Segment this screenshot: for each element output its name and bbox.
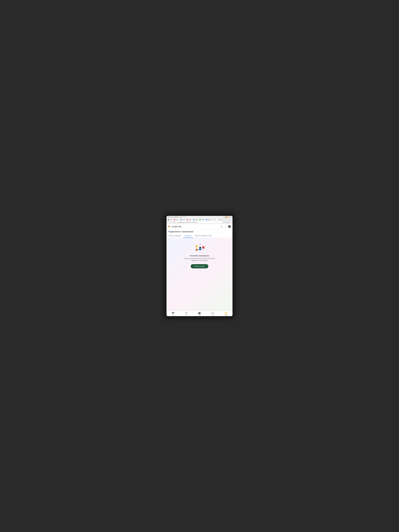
tab-label: Palato (169, 219, 172, 220)
google-play-logo (168, 225, 171, 228)
jogos-label: Jogos (172, 314, 174, 316)
mute-icon: 🔇 (225, 216, 227, 218)
tab-label: Pharyn (182, 219, 185, 220)
tablet-frame: 09:59 ter., 2 de mai. ☁ 💬 ✔ • 🔒 🔇 📶 26% … (165, 215, 234, 317)
browser-actions: ☆ ⬇ ⎙ 8 ⋮ (223, 222, 231, 223)
tab-goo-active[interactable]: Goo ✕ (211, 219, 218, 221)
nav-livros[interactable]: 📖 Livros (206, 312, 219, 316)
svg-point-8 (199, 248, 201, 250)
page-title: Pagamentos e assinaturas (168, 230, 231, 233)
tab-count-badge[interactable]: 8 (228, 222, 229, 223)
menu-button[interactable]: ⋮ (230, 222, 231, 223)
share-button[interactable]: ⎙ (227, 222, 228, 223)
nav-filmes[interactable]: 🎬 Filmes (193, 312, 206, 316)
tab-pesqui[interactable]: Pesqui (192, 219, 198, 221)
tab-favicon (187, 219, 188, 220)
tab-palato[interactable]: Palato (167, 219, 173, 221)
tab-close-icon[interactable]: ✕ (216, 219, 217, 220)
subscription-description: Encontre e gerencie facilmente milhares … (182, 258, 217, 261)
tab-label: google (208, 219, 211, 220)
tab-favicon (206, 219, 207, 220)
status-bar: 09:59 ter., 2 de mai. ☁ 💬 ✔ • 🔒 🔇 📶 26% (166, 216, 233, 218)
back-button[interactable]: ← (169, 222, 171, 223)
tab-favicon (199, 219, 200, 220)
refresh-button[interactable]: ↻ (174, 222, 175, 223)
subscription-illustration: ♪ 🎮 ■ (194, 242, 205, 252)
subscription-svg: ♪ 🎮 ■ (194, 242, 206, 254)
criancas-icon: ⭐ (225, 312, 227, 314)
tab-favicon (174, 219, 175, 220)
lock-icon: 🔒 (177, 222, 178, 223)
forward-button[interactable]: → (171, 222, 173, 223)
url-text: play.google.com/store/account/subscrip (178, 222, 197, 223)
tab-scielo[interactable]: SciELO (186, 219, 192, 221)
browser-tabs: Palato Casa L. Pharyn SciELO Pesqui Exam… (166, 218, 233, 221)
whatsapp-icon: 💬 (182, 216, 183, 218)
star-button[interactable]: ☆ (223, 222, 224, 223)
apps-icon: ⊞ (185, 312, 187, 314)
battery: 26% (229, 216, 231, 218)
home-button[interactable]: ⌂ (168, 222, 169, 223)
tab-label: Pesqui (195, 219, 198, 220)
address-bar: ⌂ ← → ↻ 🔒 play.google.com/store/account/… (166, 221, 233, 224)
tab-historico[interactable]: Histórico de pedidos e verba (193, 234, 213, 238)
page-title-section: Pagamentos e assinaturas (166, 229, 233, 234)
tab-label: Casa L. (175, 219, 179, 220)
svg-text:■: ■ (203, 247, 204, 248)
tablet-screen: 09:59 ter., 2 de mai. ☁ 💬 ✔ • 🔒 🔇 📶 26% … (166, 216, 233, 316)
gplay-header-actions: 🔍 ? E (220, 225, 231, 228)
tab-favicon (193, 219, 194, 220)
lock-icon: 🔒 (223, 216, 225, 218)
tab-casa[interactable]: Casa L. (173, 219, 179, 221)
gplay-header: Google Play 🔍 ? E (166, 224, 233, 229)
download-button[interactable]: ⬇ (225, 222, 226, 223)
subscription-title: Encontrar assinaturas (190, 254, 209, 257)
filmes-icon: 🎬 (198, 312, 201, 314)
criancas-label: Crianças (224, 314, 228, 316)
status-right: 🔒 🔇 📶 26% (223, 216, 231, 218)
check-icon: ✔ (184, 216, 185, 218)
vamos-comecar-button[interactable]: Vamos começar (191, 264, 209, 268)
tab-pharyn[interactable]: Pharyn (180, 219, 186, 221)
dot-icon: • (186, 216, 186, 218)
livros-label: Livros (211, 314, 214, 316)
nav-criancas[interactable]: ⭐ Crianças (219, 312, 233, 316)
svg-text:🎮: 🎮 (196, 249, 197, 251)
gplay-logo: Google Play (168, 225, 182, 228)
page-content: Pagamentos e assinaturas Formas de pagam… (166, 229, 233, 311)
tab-formas-pagamento[interactable]: Formas de pagamento (166, 234, 183, 238)
content-tabs: Formas de pagamento Assinaturas Históric… (166, 234, 233, 238)
livros-icon: 📖 (211, 312, 214, 314)
tab-google[interactable]: google (205, 219, 211, 221)
jogos-icon: 🎮 (172, 312, 174, 314)
time: 09:59 (168, 216, 171, 218)
tab-label: SciELO (188, 219, 191, 220)
filmes-label: Filmes (198, 314, 201, 316)
svg-point-9 (199, 247, 201, 248)
new-tab-button[interactable]: + (218, 219, 220, 221)
tab-exames[interactable]: Exames (199, 219, 205, 221)
play-store-favicon (212, 219, 214, 220)
help-button[interactable]: ? (224, 225, 227, 228)
cloud-icon: ☁ (180, 216, 181, 218)
tab-favicon (180, 219, 181, 220)
bottom-nav: 🎮 Jogos ⊞ Apps 🎬 Filmes 📖 Livros ⭐ Crian… (166, 311, 233, 316)
status-left: 09:59 ter., 2 de mai. ☁ 💬 ✔ • (168, 216, 186, 218)
subscription-area: ♪ 🎮 ■ (166, 238, 233, 311)
tab-assinaturas[interactable]: Assinaturas (183, 234, 193, 238)
tab-favicon (168, 219, 169, 220)
apps-label: Apps (185, 314, 188, 315)
wifi-icon: 📶 (227, 216, 228, 218)
url-field[interactable]: 🔒 play.google.com/store/account/subscrip (176, 221, 222, 223)
google-play-title: Google Play (171, 226, 182, 228)
search-button[interactable]: 🔍 (220, 225, 223, 228)
svg-text:♪: ♪ (196, 246, 197, 247)
tab-label: Exames (201, 219, 204, 220)
nav-jogos[interactable]: 🎮 Jogos (166, 312, 180, 316)
tab-label: Goo (214, 219, 216, 220)
date: ter., 2 de mai. (172, 216, 179, 218)
user-avatar[interactable]: E (228, 225, 231, 228)
nav-apps[interactable]: ⊞ Apps (180, 312, 193, 316)
